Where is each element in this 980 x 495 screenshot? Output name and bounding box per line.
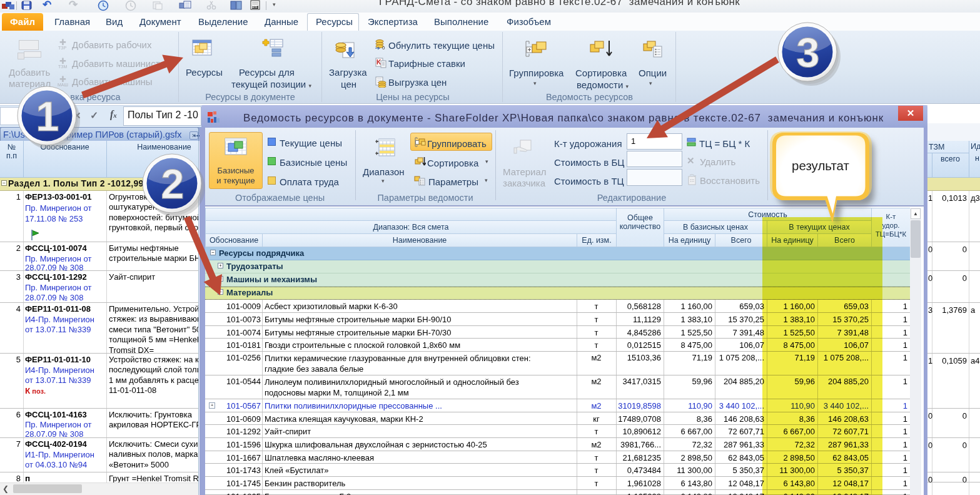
svg-text:2: 2 [161,160,184,207]
svg-text:1: 1 [36,93,59,140]
svg-text:3: 3 [796,29,819,76]
